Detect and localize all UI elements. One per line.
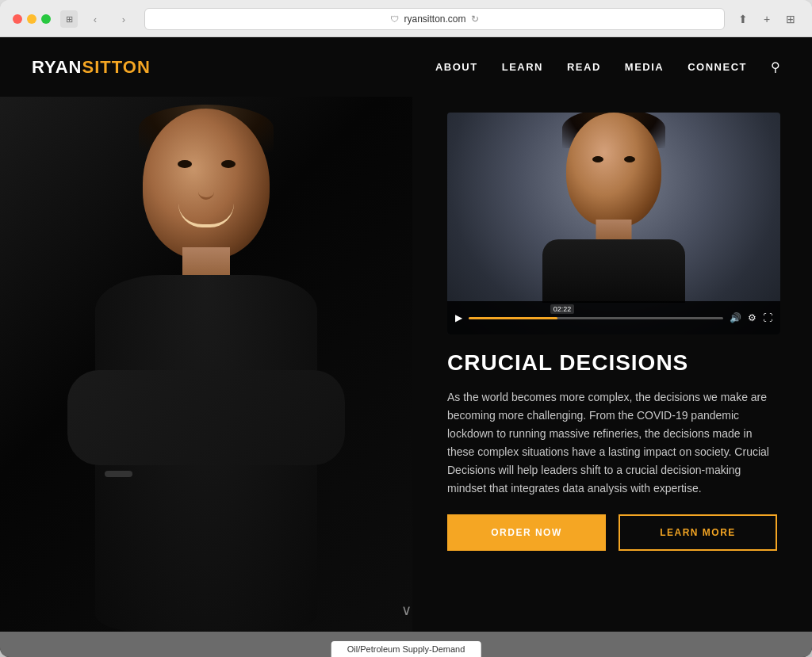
site-nav: RYANSITTON ABOUT LEARN READ MEDIA CONNEC… (0, 37, 812, 97)
minimize-button[interactable] (27, 14, 36, 24)
nav-read[interactable]: READ (567, 61, 601, 73)
share-button[interactable]: ⬆ (734, 10, 752, 28)
video-controls-right: 🔊 ⚙ ⛶ (730, 312, 772, 323)
traffic-lights (13, 14, 51, 24)
video-body (542, 239, 685, 303)
video-person (447, 113, 780, 303)
nav-links: ABOUT LEARN READ MEDIA CONNECT ⚲ (435, 59, 780, 74)
nav-media[interactable]: MEDIA (625, 61, 664, 73)
video-player[interactable]: ▶ 02:22 🔊 ⚙ ⛶ (447, 113, 780, 334)
nav-connect[interactable]: CONNECT (688, 61, 747, 73)
website-content: RYANSITTON ABOUT LEARN READ MEDIA CONNEC… (0, 37, 812, 657)
scroll-indicator[interactable]: ∨ (401, 602, 412, 619)
play-button[interactable]: ▶ (455, 312, 462, 323)
url-text: ryansitton.com (404, 13, 465, 25)
video-progress-fill (469, 317, 557, 319)
bracelet (105, 471, 132, 477)
forward-button[interactable]: › (113, 11, 135, 27)
video-head-container (542, 113, 685, 303)
video-left-eye (592, 156, 603, 162)
nav-about[interactable]: ABOUT (435, 61, 478, 73)
person-eyes (143, 160, 270, 168)
hero-content: ▶ 02:22 🔊 ⚙ ⛶ CRUCIAL DECIS (423, 97, 812, 632)
site-logo[interactable]: RYANSITTON (32, 57, 151, 78)
logo-second: SITTON (82, 57, 151, 77)
video-timestamp: 02:22 (550, 304, 575, 314)
person-mouth (178, 204, 234, 227)
person-figure (40, 97, 373, 632)
browser-window: ⊞ ‹ › 🛡 ryansitton.com ↻ ⬆ + ⊞ RYANSITTO… (0, 0, 812, 657)
hero-person-photo (0, 97, 412, 632)
hero-section: ▶ 02:22 🔊 ⚙ ⛶ CRUCIAL DECIS (0, 97, 812, 632)
security-icon: 🛡 (390, 14, 399, 24)
learn-more-button[interactable]: LEARN MORE (619, 514, 777, 551)
maximize-button[interactable] (41, 14, 51, 24)
video-head (566, 113, 661, 227)
content-title: CRUCIAL DECISIONS (447, 350, 780, 376)
video-right-eye (624, 156, 635, 162)
nav-learn[interactable]: LEARN (502, 61, 543, 73)
settings-icon[interactable]: ⚙ (748, 312, 756, 323)
video-face-eyes (566, 156, 661, 162)
browser-nav-controls: ⊞ ‹ › (60, 10, 135, 28)
sidebar-toggle[interactable]: ⊞ (60, 10, 78, 28)
bottom-tab[interactable]: Oil/Petroleum Supply-Demand (331, 641, 481, 657)
back-button[interactable]: ‹ (84, 11, 106, 27)
cta-buttons: ORDER NOW LEARN MORE (447, 514, 780, 551)
content-section: CRUCIAL DECISIONS As the world becomes m… (447, 350, 780, 608)
tab-overview-button[interactable]: ⊞ (782, 10, 799, 28)
fullscreen-icon[interactable]: ⛶ (763, 312, 772, 323)
person-nose (198, 184, 214, 200)
volume-icon[interactable]: 🔊 (730, 312, 741, 323)
order-now-button[interactable]: ORDER NOW (447, 514, 606, 551)
browser-actions: ⬆ + ⊞ (734, 10, 799, 28)
video-progress-bar[interactable]: 02:22 (469, 317, 723, 319)
left-eye (178, 160, 192, 168)
address-bar[interactable]: 🛡 ryansitton.com ↻ (144, 8, 725, 30)
video-controls: ▶ 02:22 🔊 ⚙ ⛶ (447, 301, 780, 334)
logo-first: RYAN (32, 57, 82, 77)
browser-chrome: ⊞ ‹ › 🛡 ryansitton.com ↻ ⬆ + ⊞ (0, 0, 812, 37)
refresh-icon[interactable]: ↻ (471, 13, 479, 25)
close-button[interactable] (13, 14, 22, 24)
person-head (143, 109, 270, 259)
content-description: As the world becomes more complex, the d… (447, 388, 780, 498)
search-icon[interactable]: ⚲ (771, 59, 780, 74)
bottom-bar: Oil/Petroleum Supply-Demand (0, 632, 812, 657)
person-arms (67, 370, 345, 465)
new-tab-button[interactable]: + (758, 10, 776, 28)
right-eye (221, 160, 236, 168)
